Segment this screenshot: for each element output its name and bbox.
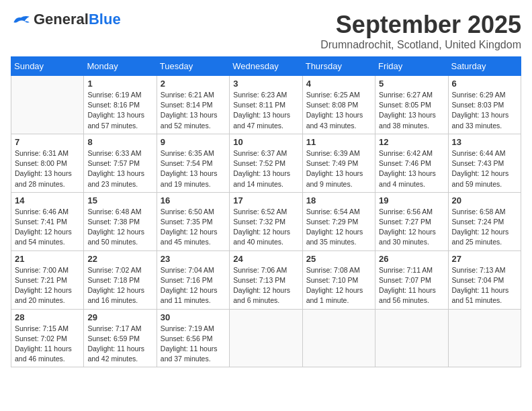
- day-number: 17: [233, 195, 298, 205]
- calendar-cell: 6Sunrise: 6:29 AMSunset: 8:03 PMDaylight…: [448, 76, 521, 134]
- calendar-cell: 17Sunrise: 6:52 AMSunset: 7:32 PMDayligh…: [230, 192, 302, 250]
- day-number: 24: [233, 254, 298, 264]
- weekday-header-friday: Friday: [375, 57, 448, 76]
- calendar-cell: [448, 309, 521, 367]
- calendar-cell: 9Sunrise: 6:35 AMSunset: 7:54 PMDaylight…: [157, 134, 229, 192]
- day-info: Sunrise: 6:31 AMSunset: 8:00 PMDaylight:…: [15, 148, 80, 189]
- calendar-cell: 19Sunrise: 6:56 AMSunset: 7:27 PMDayligh…: [375, 192, 448, 250]
- day-info: Sunrise: 6:29 AMSunset: 8:03 PMDaylight:…: [452, 90, 517, 131]
- calendar-cell: 12Sunrise: 6:42 AMSunset: 7:46 PMDayligh…: [375, 134, 448, 192]
- calendar-cell: 26Sunrise: 7:11 AMSunset: 7:07 PMDayligh…: [375, 250, 448, 309]
- calendar-cell: 25Sunrise: 7:08 AMSunset: 7:10 PMDayligh…: [302, 250, 375, 309]
- logo-text: GeneralBlue: [34, 11, 121, 28]
- day-info: Sunrise: 7:06 AMSunset: 7:13 PMDaylight:…: [233, 265, 298, 306]
- calendar-week-row: 1Sunrise: 6:19 AMSunset: 8:16 PMDaylight…: [11, 76, 521, 134]
- calendar-cell: 28Sunrise: 7:15 AMSunset: 7:02 PMDayligh…: [11, 309, 84, 367]
- calendar-cell: 20Sunrise: 6:58 AMSunset: 7:24 PMDayligh…: [448, 192, 521, 250]
- day-info: Sunrise: 6:58 AMSunset: 7:24 PMDaylight:…: [452, 207, 517, 248]
- day-number: 27: [452, 254, 517, 264]
- day-info: Sunrise: 6:37 AMSunset: 7:52 PMDaylight:…: [233, 148, 298, 189]
- calendar-cell: 1Sunrise: 6:19 AMSunset: 8:16 PMDaylight…: [84, 76, 157, 134]
- day-info: Sunrise: 7:13 AMSunset: 7:04 PMDaylight:…: [452, 265, 517, 306]
- day-number: 10: [233, 137, 298, 147]
- logo-bird-icon: [11, 13, 31, 26]
- calendar-cell: 27Sunrise: 7:13 AMSunset: 7:04 PMDayligh…: [448, 250, 521, 309]
- day-number: 18: [306, 195, 371, 205]
- day-number: 4: [306, 79, 371, 89]
- day-info: Sunrise: 6:35 AMSunset: 7:54 PMDaylight:…: [161, 148, 226, 189]
- day-info: Sunrise: 6:39 AMSunset: 7:49 PMDaylight:…: [306, 148, 371, 189]
- day-info: Sunrise: 7:19 AMSunset: 6:56 PMDaylight:…: [161, 324, 226, 365]
- month-title: September 2025: [320, 11, 521, 39]
- day-number: 2: [161, 79, 226, 89]
- day-info: Sunrise: 7:17 AMSunset: 6:59 PMDaylight:…: [87, 324, 152, 365]
- day-number: 8: [87, 137, 152, 147]
- calendar-cell: 30Sunrise: 7:19 AMSunset: 6:56 PMDayligh…: [157, 309, 229, 367]
- day-info: Sunrise: 6:44 AMSunset: 7:43 PMDaylight:…: [452, 148, 517, 189]
- day-info: Sunrise: 7:00 AMSunset: 7:21 PMDaylight:…: [15, 265, 80, 306]
- calendar-cell: 13Sunrise: 6:44 AMSunset: 7:43 PMDayligh…: [448, 134, 521, 192]
- day-number: 13: [452, 137, 517, 147]
- calendar-cell: [375, 309, 448, 367]
- calendar-cell: 16Sunrise: 6:50 AMSunset: 7:35 PMDayligh…: [157, 192, 229, 250]
- day-number: 3: [233, 79, 298, 89]
- day-number: 9: [161, 137, 226, 147]
- day-info: Sunrise: 6:33 AMSunset: 7:57 PMDaylight:…: [87, 148, 152, 189]
- weekday-header-wednesday: Wednesday: [230, 57, 302, 76]
- day-info: Sunrise: 6:42 AMSunset: 7:46 PMDaylight:…: [379, 148, 444, 189]
- day-info: Sunrise: 6:50 AMSunset: 7:35 PMDaylight:…: [161, 207, 226, 248]
- calendar-cell: 3Sunrise: 6:23 AMSunset: 8:11 PMDaylight…: [230, 76, 302, 134]
- day-number: 30: [161, 312, 226, 322]
- calendar-cell: [11, 76, 84, 134]
- day-info: Sunrise: 6:23 AMSunset: 8:11 PMDaylight:…: [233, 90, 298, 131]
- day-info: Sunrise: 7:02 AMSunset: 7:18 PMDaylight:…: [87, 265, 152, 306]
- day-number: 11: [306, 137, 371, 147]
- day-number: 29: [87, 312, 152, 322]
- day-number: 20: [452, 195, 517, 205]
- calendar-cell: 10Sunrise: 6:37 AMSunset: 7:52 PMDayligh…: [230, 134, 302, 192]
- calendar-table: SundayMondayTuesdayWednesdayThursdayFrid…: [11, 56, 521, 367]
- day-number: 25: [306, 254, 371, 264]
- weekday-header-tuesday: Tuesday: [157, 57, 229, 76]
- weekday-header-sunday: Sunday: [11, 57, 84, 76]
- day-number: 1: [87, 79, 152, 89]
- weekday-header-saturday: Saturday: [448, 57, 521, 76]
- day-info: Sunrise: 6:46 AMSunset: 7:41 PMDaylight:…: [15, 207, 80, 248]
- day-number: 28: [15, 312, 80, 322]
- day-info: Sunrise: 6:21 AMSunset: 8:14 PMDaylight:…: [161, 90, 226, 131]
- calendar-cell: 7Sunrise: 6:31 AMSunset: 8:00 PMDaylight…: [11, 134, 84, 192]
- calendar-cell: 22Sunrise: 7:02 AMSunset: 7:18 PMDayligh…: [84, 250, 157, 309]
- calendar-cell: 2Sunrise: 6:21 AMSunset: 8:14 PMDaylight…: [157, 76, 229, 134]
- day-info: Sunrise: 7:08 AMSunset: 7:10 PMDaylight:…: [306, 265, 371, 306]
- calendar-cell: 11Sunrise: 6:39 AMSunset: 7:49 PMDayligh…: [302, 134, 375, 192]
- location-text: Drumnadrochit, Scotland, United Kingdom: [320, 39, 521, 51]
- day-info: Sunrise: 6:54 AMSunset: 7:29 PMDaylight:…: [306, 207, 371, 248]
- day-number: 19: [379, 195, 444, 205]
- day-number: 16: [161, 195, 226, 205]
- calendar-week-row: 7Sunrise: 6:31 AMSunset: 8:00 PMDaylight…: [11, 134, 521, 192]
- calendar-week-row: 28Sunrise: 7:15 AMSunset: 7:02 PMDayligh…: [11, 309, 521, 367]
- day-info: Sunrise: 6:25 AMSunset: 8:08 PMDaylight:…: [306, 90, 371, 131]
- weekday-header-thursday: Thursday: [302, 57, 375, 76]
- day-number: 21: [15, 254, 80, 264]
- day-number: 6: [452, 79, 517, 89]
- weekday-header-row: SundayMondayTuesdayWednesdayThursdayFrid…: [11, 57, 521, 76]
- page-header: GeneralBlue September 2025 Drumnadrochit…: [11, 11, 521, 51]
- calendar-cell: 23Sunrise: 7:04 AMSunset: 7:16 PMDayligh…: [157, 250, 229, 309]
- calendar-cell: [230, 309, 302, 367]
- calendar-cell: 21Sunrise: 7:00 AMSunset: 7:21 PMDayligh…: [11, 250, 84, 309]
- day-number: 14: [15, 195, 80, 205]
- calendar-cell: 15Sunrise: 6:48 AMSunset: 7:38 PMDayligh…: [84, 192, 157, 250]
- calendar-cell: 5Sunrise: 6:27 AMSunset: 8:05 PMDaylight…: [375, 76, 448, 134]
- day-info: Sunrise: 7:15 AMSunset: 7:02 PMDaylight:…: [15, 324, 80, 365]
- day-number: 5: [379, 79, 444, 89]
- day-number: 12: [379, 137, 444, 147]
- calendar-cell: 4Sunrise: 6:25 AMSunset: 8:08 PMDaylight…: [302, 76, 375, 134]
- day-info: Sunrise: 6:48 AMSunset: 7:38 PMDaylight:…: [87, 207, 152, 248]
- calendar-cell: 29Sunrise: 7:17 AMSunset: 6:59 PMDayligh…: [84, 309, 157, 367]
- day-info: Sunrise: 6:19 AMSunset: 8:16 PMDaylight:…: [87, 90, 152, 131]
- title-block: September 2025 Drumnadrochit, Scotland, …: [320, 11, 521, 51]
- day-number: 26: [379, 254, 444, 264]
- day-number: 23: [161, 254, 226, 264]
- logo: GeneralBlue: [11, 11, 121, 28]
